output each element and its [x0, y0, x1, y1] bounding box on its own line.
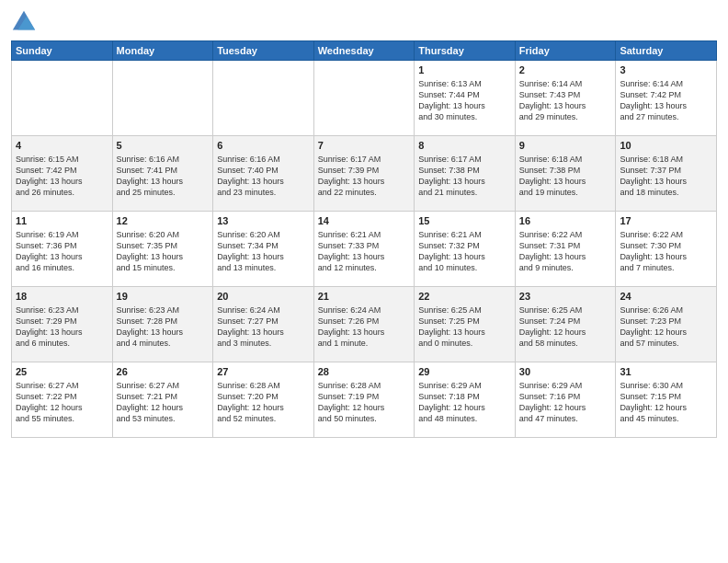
week-row-0: 1Sunrise: 6:13 AM Sunset: 7:44 PM Daylig…: [12, 61, 717, 136]
day-info: Sunrise: 6:20 AM Sunset: 7:34 PM Dayligh…: [217, 229, 310, 274]
day-info: Sunrise: 6:14 AM Sunset: 7:42 PM Dayligh…: [620, 78, 712, 123]
day-cell: 11Sunrise: 6:19 AM Sunset: 7:36 PM Dayli…: [12, 212, 113, 287]
day-cell: 5Sunrise: 6:16 AM Sunset: 7:41 PM Daylig…: [112, 136, 213, 212]
day-info: Sunrise: 6:15 AM Sunset: 7:42 PM Dayligh…: [16, 154, 108, 199]
day-info: Sunrise: 6:19 AM Sunset: 7:36 PM Dayligh…: [16, 229, 108, 274]
weekday-friday: Friday: [515, 41, 616, 61]
day-cell: 29Sunrise: 6:29 AM Sunset: 7:18 PM Dayli…: [415, 362, 516, 438]
day-cell: 30Sunrise: 6:29 AM Sunset: 7:16 PM Dayli…: [515, 362, 616, 438]
day-number: 7: [318, 139, 411, 153]
day-cell: 12Sunrise: 6:20 AM Sunset: 7:35 PM Dayli…: [112, 212, 213, 287]
day-number: 19: [117, 290, 210, 304]
day-number: 1: [418, 63, 511, 77]
day-number: 16: [519, 214, 612, 228]
header: [11, 9, 717, 35]
day-cell: 23Sunrise: 6:25 AM Sunset: 7:24 PM Dayli…: [515, 287, 616, 362]
logo: [11, 9, 40, 35]
day-number: 14: [318, 214, 411, 228]
day-cell: 20Sunrise: 6:24 AM Sunset: 7:27 PM Dayli…: [213, 287, 314, 362]
day-number: 9: [519, 139, 612, 153]
day-cell: 28Sunrise: 6:28 AM Sunset: 7:19 PM Dayli…: [313, 362, 415, 438]
day-info: Sunrise: 6:29 AM Sunset: 7:18 PM Dayligh…: [418, 380, 511, 425]
week-row-2: 11Sunrise: 6:19 AM Sunset: 7:36 PM Dayli…: [12, 212, 717, 287]
day-number: 20: [217, 290, 310, 304]
day-cell: 21Sunrise: 6:24 AM Sunset: 7:26 PM Dayli…: [313, 287, 415, 362]
day-number: 3: [620, 63, 712, 77]
day-info: Sunrise: 6:28 AM Sunset: 7:20 PM Dayligh…: [217, 380, 310, 425]
week-row-4: 25Sunrise: 6:27 AM Sunset: 7:22 PM Dayli…: [12, 362, 717, 438]
day-info: Sunrise: 6:27 AM Sunset: 7:21 PM Dayligh…: [117, 380, 210, 425]
day-info: Sunrise: 6:26 AM Sunset: 7:23 PM Dayligh…: [620, 304, 712, 350]
weekday-thursday: Thursday: [415, 41, 516, 61]
logo-icon: [11, 9, 37, 35]
day-number: 23: [519, 290, 612, 304]
day-cell: 19Sunrise: 6:23 AM Sunset: 7:28 PM Dayli…: [112, 287, 213, 362]
day-info: Sunrise: 6:18 AM Sunset: 7:37 PM Dayligh…: [620, 154, 712, 199]
day-cell: 3Sunrise: 6:14 AM Sunset: 7:42 PM Daylig…: [616, 61, 717, 136]
weekday-header-row: SundayMondayTuesdayWednesdayThursdayFrid…: [12, 41, 717, 61]
day-number: 6: [217, 139, 310, 153]
day-cell: 2Sunrise: 6:14 AM Sunset: 7:43 PM Daylig…: [515, 61, 616, 136]
day-info: Sunrise: 6:22 AM Sunset: 7:30 PM Dayligh…: [620, 229, 712, 274]
day-number: 27: [217, 365, 310, 379]
day-number: 24: [620, 290, 712, 304]
day-cell: 25Sunrise: 6:27 AM Sunset: 7:22 PM Dayli…: [12, 362, 113, 438]
day-info: Sunrise: 6:28 AM Sunset: 7:19 PM Dayligh…: [318, 380, 411, 425]
weekday-wednesday: Wednesday: [313, 41, 415, 61]
day-cell: 9Sunrise: 6:18 AM Sunset: 7:38 PM Daylig…: [515, 136, 616, 212]
day-cell: 13Sunrise: 6:20 AM Sunset: 7:34 PM Dayli…: [213, 212, 314, 287]
day-info: Sunrise: 6:29 AM Sunset: 7:16 PM Dayligh…: [519, 380, 612, 425]
day-number: 18: [16, 290, 108, 304]
weekday-tuesday: Tuesday: [213, 41, 314, 61]
day-info: Sunrise: 6:14 AM Sunset: 7:43 PM Dayligh…: [519, 78, 612, 123]
day-cell: [313, 61, 415, 136]
page-container: SundayMondayTuesdayWednesdayThursdayFrid…: [0, 0, 728, 563]
day-number: 2: [519, 63, 612, 77]
day-info: Sunrise: 6:23 AM Sunset: 7:29 PM Dayligh…: [16, 304, 108, 350]
day-cell: 14Sunrise: 6:21 AM Sunset: 7:33 PM Dayli…: [313, 212, 415, 287]
day-info: Sunrise: 6:25 AM Sunset: 7:25 PM Dayligh…: [418, 304, 511, 350]
day-cell: 18Sunrise: 6:23 AM Sunset: 7:29 PM Dayli…: [12, 287, 113, 362]
day-number: 30: [519, 365, 612, 379]
calendar-table: SundayMondayTuesdayWednesdayThursdayFrid…: [11, 40, 717, 438]
day-info: Sunrise: 6:13 AM Sunset: 7:44 PM Dayligh…: [418, 78, 511, 123]
day-cell: 16Sunrise: 6:22 AM Sunset: 7:31 PM Dayli…: [515, 212, 616, 287]
day-cell: 31Sunrise: 6:30 AM Sunset: 7:15 PM Dayli…: [616, 362, 717, 438]
day-info: Sunrise: 6:21 AM Sunset: 7:32 PM Dayligh…: [418, 229, 511, 274]
day-number: 5: [117, 139, 210, 153]
day-info: Sunrise: 6:18 AM Sunset: 7:38 PM Dayligh…: [519, 154, 612, 199]
day-number: 4: [16, 139, 108, 153]
day-info: Sunrise: 6:21 AM Sunset: 7:33 PM Dayligh…: [318, 229, 411, 274]
day-cell: 24Sunrise: 6:26 AM Sunset: 7:23 PM Dayli…: [616, 287, 717, 362]
weekday-monday: Monday: [112, 41, 213, 61]
day-cell: 27Sunrise: 6:28 AM Sunset: 7:20 PM Dayli…: [213, 362, 314, 438]
day-number: 8: [418, 139, 511, 153]
day-info: Sunrise: 6:17 AM Sunset: 7:39 PM Dayligh…: [318, 154, 411, 199]
day-cell: [12, 61, 113, 136]
day-cell: [213, 61, 314, 136]
day-info: Sunrise: 6:16 AM Sunset: 7:41 PM Dayligh…: [117, 154, 210, 199]
day-number: 15: [418, 214, 511, 228]
day-info: Sunrise: 6:20 AM Sunset: 7:35 PM Dayligh…: [117, 229, 210, 274]
day-cell: 8Sunrise: 6:17 AM Sunset: 7:38 PM Daylig…: [415, 136, 516, 212]
day-cell: 6Sunrise: 6:16 AM Sunset: 7:40 PM Daylig…: [213, 136, 314, 212]
day-cell: 4Sunrise: 6:15 AM Sunset: 7:42 PM Daylig…: [12, 136, 113, 212]
day-info: Sunrise: 6:30 AM Sunset: 7:15 PM Dayligh…: [620, 380, 712, 425]
day-number: 21: [318, 290, 411, 304]
day-cell: 10Sunrise: 6:18 AM Sunset: 7:37 PM Dayli…: [616, 136, 717, 212]
day-number: 12: [117, 214, 210, 228]
day-cell: 26Sunrise: 6:27 AM Sunset: 7:21 PM Dayli…: [112, 362, 213, 438]
day-info: Sunrise: 6:16 AM Sunset: 7:40 PM Dayligh…: [217, 154, 310, 199]
week-row-1: 4Sunrise: 6:15 AM Sunset: 7:42 PM Daylig…: [12, 136, 717, 212]
day-info: Sunrise: 6:17 AM Sunset: 7:38 PM Dayligh…: [418, 154, 511, 199]
day-info: Sunrise: 6:24 AM Sunset: 7:27 PM Dayligh…: [217, 304, 310, 350]
day-number: 28: [318, 365, 411, 379]
day-info: Sunrise: 6:27 AM Sunset: 7:22 PM Dayligh…: [16, 380, 108, 425]
day-number: 31: [620, 365, 712, 379]
day-info: Sunrise: 6:25 AM Sunset: 7:24 PM Dayligh…: [519, 304, 612, 350]
day-info: Sunrise: 6:23 AM Sunset: 7:28 PM Dayligh…: [117, 304, 210, 350]
day-number: 10: [620, 139, 712, 153]
day-number: 13: [217, 214, 310, 228]
day-cell: 7Sunrise: 6:17 AM Sunset: 7:39 PM Daylig…: [313, 136, 415, 212]
weekday-sunday: Sunday: [12, 41, 113, 61]
